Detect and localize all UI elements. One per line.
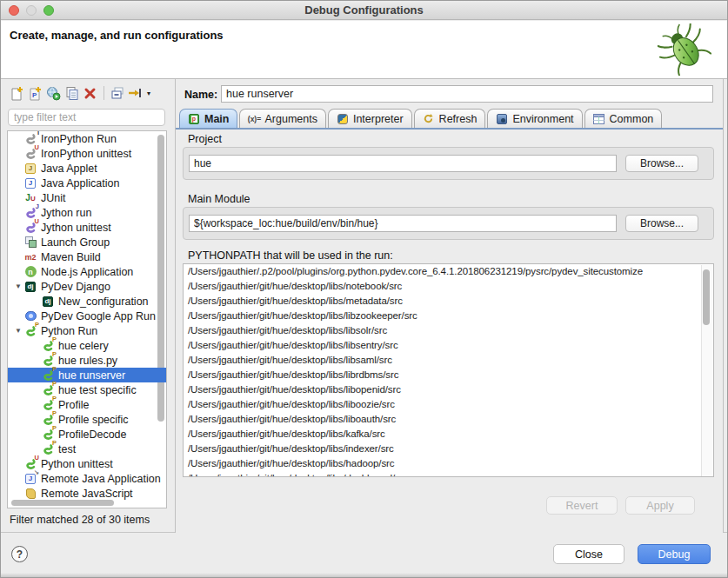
tree-item-python-run[interactable]: ▼PPython Run (8, 323, 166, 338)
tree-item-label: hue rules.py (58, 355, 117, 367)
node-icon: n (23, 265, 37, 278)
tree-item-profile-specific[interactable]: PProfile specific (8, 412, 166, 427)
project-browse-button[interactable]: Browse... (625, 155, 698, 172)
django-icon: dj (23, 280, 37, 293)
snake-green-p-icon: P (23, 324, 37, 337)
revert-button[interactable]: Revert (546, 496, 618, 515)
pythonpath-entry[interactable]: /Users/jgauthier/git/hue/desktop/libs/ka… (184, 427, 713, 442)
pythonpath-scrollbar[interactable] (703, 269, 710, 325)
titlebar[interactable]: Debug Configurations (1, 1, 727, 20)
pythonpath-entry[interactable]: /Users/jgauthier/git/hue/desktop/libs/me… (184, 294, 713, 309)
tab-common[interactable]: Common (584, 109, 663, 128)
pythonpath-entry[interactable]: /Users/jgauthier/git/hue/desktop/libs/li… (184, 338, 713, 353)
project-input[interactable] (189, 155, 617, 172)
tree-horizontal-scrollbar[interactable] (11, 500, 114, 506)
filter-status: Filter matched 28 of 30 items (10, 514, 150, 526)
tab-interpreter[interactable]: Interpreter (328, 109, 412, 128)
tree-item-new-configuration[interactable]: djNew_configuration (8, 294, 166, 309)
name-input[interactable] (221, 85, 713, 103)
tab-label: Arguments (264, 113, 317, 125)
snake-purple-u-icon: U (23, 221, 37, 234)
tree-item-hue-celery[interactable]: Phue celery (8, 338, 166, 353)
window-edge (1, 573, 727, 577)
delete-icon[interactable] (83, 86, 97, 101)
tab-environment[interactable]: Environment (487, 109, 582, 128)
tree-item-pydev-django[interactable]: ▼djPyDev Django (8, 279, 166, 294)
collapse-expander-icon[interactable]: ▼ (13, 327, 23, 335)
debug-configurations-dialog: Debug Configurations Create, manage, and… (0, 0, 728, 578)
tree-item-hue-rules-py[interactable]: Phue rules.py (8, 353, 166, 368)
tree-item-java-application[interactable]: JJava Application (8, 176, 166, 190)
tree-item-hue-runserver[interactable]: Phue runserver (8, 368, 166, 382)
tree-item-ironpython-run[interactable]: IIronPython Run (8, 131, 166, 146)
tree-item-label: Maven Build (41, 251, 101, 263)
svg-text:P: P (32, 91, 37, 99)
main-module-input[interactable] (189, 215, 617, 232)
new-prototype-icon[interactable]: P (28, 86, 43, 101)
tree-item-node-js-application[interactable]: nNode.js Application (8, 264, 166, 279)
debug-button[interactable]: Debug (638, 544, 711, 564)
tree-item-jython-run[interactable]: JJython run (8, 205, 166, 220)
tab-common-icon (593, 113, 605, 124)
launch-group-icon (23, 236, 37, 249)
pythonpath-entry[interactable]: /Users/jgauthier/git/hue/desktop/libs/li… (184, 309, 713, 323)
tab-refresh[interactable]: Refresh (414, 109, 486, 128)
tree-item-java-applet[interactable]: JJava Applet (8, 161, 166, 176)
filter-configurations-icon[interactable] (128, 86, 143, 101)
configuration-detail-panel: Name: pMain(x)=ArgumentsInterpreterRefre… (175, 79, 724, 533)
help-icon[interactable]: ? (11, 546, 28, 562)
pythonpath-entry[interactable]: /Users/jgauthier/git/hue/desktop/libs/ha… (184, 456, 713, 471)
pythonpath-entry[interactable]: /Users/jgauthier/git/hue/desktop/libs/li… (184, 412, 713, 427)
tree-item-junit[interactable]: JUJUnit (8, 190, 166, 205)
main-module-browse-button[interactable]: Browse... (625, 215, 698, 232)
new-configuration-icon[interactable] (10, 86, 24, 101)
pythonpath-scrollbar-track[interactable] (701, 265, 712, 477)
tree-item-remote-java-application[interactable]: J↘Remote Java Application (8, 471, 166, 486)
main-module-group: Browse... (183, 207, 714, 240)
tab-underline (176, 128, 723, 130)
collapse-all-icon[interactable] (110, 86, 124, 101)
snake-green-p-icon: P (41, 442, 55, 455)
tree-item-jython-unittest[interactable]: UJython unittest (8, 220, 166, 235)
tab-arguments[interactable]: (x)=Arguments (239, 109, 325, 128)
pythonpath-entry[interactable]: /Users/jgauthier/git/hue/desktop/libs/li… (184, 353, 713, 368)
tree-item-python-unittest[interactable]: UPython unittest (8, 456, 166, 471)
tree-item-hue-test-specific[interactable]: Phue test specific (8, 382, 166, 397)
header-title: Create, manage, and run configurations (10, 29, 224, 42)
close-button[interactable]: Close (553, 544, 624, 564)
pythonpath-entry[interactable]: /Users/jgauthier/git/hue/desktop/libs/li… (184, 323, 713, 338)
tree-item-test[interactable]: Ptest (8, 442, 166, 456)
tab-label: Interpreter (353, 113, 404, 125)
tree-item-label: hue runserver (58, 369, 125, 382)
tab-main[interactable]: pMain (179, 109, 237, 128)
pythonpath-list[interactable]: /Users/jgauthier/.p2/pool/plugins/org.py… (183, 263, 714, 477)
pythonpath-entry[interactable]: /Users/jgauthier/git/hue/desktop/libs/li… (184, 397, 713, 412)
tree-item-label: Java Application (41, 177, 119, 189)
tree-item-label: IronPython Run (41, 133, 117, 145)
project-group: Browse... (183, 147, 714, 180)
tree-item-launch-group[interactable]: Launch Group (8, 235, 166, 249)
tree-item-label: Python unittest (41, 458, 113, 470)
tree-item-label: test (58, 443, 76, 455)
tree-item-pydev-google-app-run[interactable]: PyDev Google App Run (8, 309, 166, 323)
collapse-expander-icon[interactable]: ▼ (13, 282, 23, 290)
pythonpath-entry[interactable]: /Users/jgauthier/git/hue/desktop/libs/no… (184, 279, 713, 294)
apply-button[interactable]: Apply (625, 496, 695, 515)
pythonpath-entry[interactable]: /Users/jgauthier/git/hue/desktop/libs/li… (184, 382, 713, 397)
filter-dropdown-caret[interactable]: ▾ (147, 90, 150, 97)
pythonpath-entry[interactable]: /Users/jgauthier/git/hue/desktop/libs/li… (184, 368, 713, 382)
duplicate-icon[interactable] (64, 86, 79, 101)
pythonpath-entry[interactable]: /Users/jgauthier/git/hue/desktop/libs/in… (184, 442, 713, 456)
export-configurations-icon[interactable] (46, 86, 61, 101)
tree-item-ironpython-unittest[interactable]: UIronPython unittest (8, 146, 166, 161)
tree-item-maven-build[interactable]: m2Maven Build (8, 249, 166, 264)
configurations-tree[interactable]: IIronPython RunUIronPython unittestJJava… (7, 130, 167, 508)
pythonpath-entry[interactable]: /Users/jgauthier/git/hue/desktop/libs/da… (184, 471, 713, 477)
django-icon: dj (41, 295, 55, 308)
filter-input[interactable] (8, 109, 165, 126)
tree-item-remote-javascript[interactable]: Remote JavaScript (8, 486, 166, 501)
tree-item-profile[interactable]: PProfile (8, 397, 166, 412)
tree-item-profiledecode[interactable]: PProfileDecode (8, 427, 166, 442)
pythonpath-entry[interactable]: /Users/jgauthier/.p2/pool/plugins/org.py… (184, 264, 713, 279)
tab-label: Main (204, 113, 229, 125)
